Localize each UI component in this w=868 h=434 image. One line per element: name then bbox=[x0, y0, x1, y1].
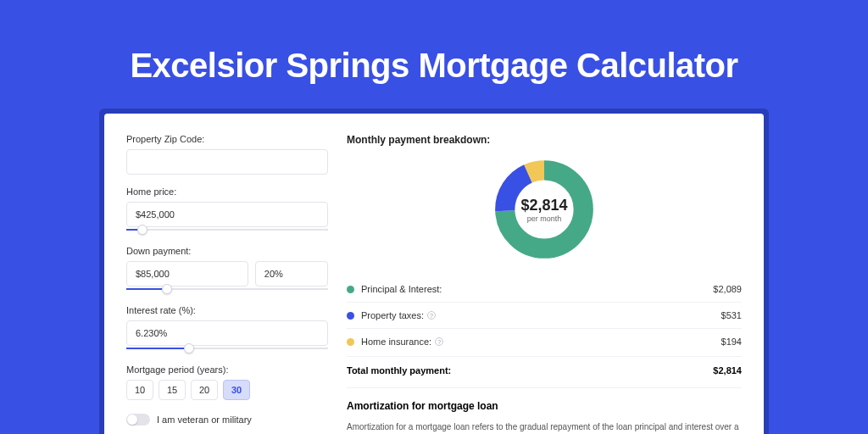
calculator-card: Property Zip Code: Home price: Down paym… bbox=[104, 114, 764, 434]
down-percent-input[interactable] bbox=[255, 261, 328, 287]
period-field: Mortgage period (years): 10152030 bbox=[126, 364, 328, 400]
veteran-row: I am veteran or military bbox=[126, 414, 328, 426]
period-btn-30[interactable]: 30 bbox=[223, 380, 250, 400]
breakdown-panel: Monthly payment breakdown: $2,814 per mo… bbox=[347, 134, 742, 434]
price-slider[interactable] bbox=[126, 225, 328, 234]
legend-row: Principal & Interest:$2,089 bbox=[347, 276, 742, 303]
donut-sub: per month bbox=[527, 214, 562, 223]
period-label: Mortgage period (years): bbox=[126, 364, 328, 375]
breakdown-title: Monthly payment breakdown: bbox=[347, 134, 742, 146]
down-slider[interactable] bbox=[126, 285, 328, 293]
legend-value: $194 bbox=[721, 337, 742, 347]
legend-label: Property taxes:? bbox=[361, 310, 721, 320]
price-slider-thumb[interactable] bbox=[137, 225, 147, 235]
veteran-toggle[interactable] bbox=[126, 414, 150, 426]
donut-chart: $2,814 per month bbox=[492, 158, 596, 261]
legend-value: $2,089 bbox=[713, 284, 742, 294]
amortization-section: Amortization for mortgage loan Amortizat… bbox=[347, 387, 742, 434]
amortization-title: Amortization for mortgage loan bbox=[347, 400, 742, 412]
down-slider-thumb[interactable] bbox=[162, 284, 172, 294]
total-row: Total monthly payment: $2,814 bbox=[347, 356, 742, 387]
help-icon[interactable]: ? bbox=[427, 311, 436, 320]
rate-input[interactable] bbox=[126, 320, 328, 346]
down-field: Down payment: bbox=[126, 246, 328, 293]
price-input[interactable] bbox=[126, 202, 328, 227]
legend-label: Home insurance:? bbox=[361, 337, 721, 347]
total-label: Total monthly payment: bbox=[347, 365, 451, 376]
form-panel: Property Zip Code: Home price: Down paym… bbox=[126, 134, 328, 434]
rate-label: Interest rate (%): bbox=[126, 305, 328, 315]
rate-slider-thumb[interactable] bbox=[184, 343, 194, 353]
zip-field: Property Zip Code: bbox=[126, 134, 328, 175]
period-btn-15[interactable]: 15 bbox=[159, 380, 186, 400]
legend-row: Home insurance:?$194 bbox=[347, 329, 742, 354]
legend-dot bbox=[347, 312, 354, 320]
donut-amount: $2,814 bbox=[520, 197, 567, 214]
zip-input[interactable] bbox=[126, 149, 328, 175]
donut-chart-wrap: $2,814 per month bbox=[347, 158, 742, 261]
calculator-card-shadow: Property Zip Code: Home price: Down paym… bbox=[99, 108, 769, 434]
rate-field: Interest rate (%): bbox=[126, 305, 328, 353]
veteran-label: I am veteran or military bbox=[157, 415, 252, 425]
legend-dot bbox=[347, 338, 354, 346]
legend: Principal & Interest:$2,089Property taxe… bbox=[347, 276, 742, 354]
zip-label: Property Zip Code: bbox=[126, 134, 328, 144]
rate-slider[interactable] bbox=[126, 344, 328, 353]
legend-row: Property taxes:?$531 bbox=[347, 303, 742, 329]
price-field: Home price: bbox=[126, 186, 328, 234]
page-title: Excelsior Springs Mortgage Calculator bbox=[0, 47, 868, 85]
period-btn-20[interactable]: 20 bbox=[191, 380, 218, 400]
price-label: Home price: bbox=[126, 186, 328, 197]
total-value: $2,814 bbox=[713, 365, 742, 376]
period-btn-10[interactable]: 10 bbox=[126, 380, 153, 400]
down-label: Down payment: bbox=[126, 246, 328, 256]
legend-label: Principal & Interest: bbox=[361, 284, 713, 294]
down-amount-input[interactable] bbox=[126, 261, 248, 287]
legend-value: $531 bbox=[721, 310, 742, 320]
amortization-text: Amortization for a mortgage loan refers … bbox=[347, 420, 742, 434]
legend-dot bbox=[347, 286, 354, 293]
help-icon[interactable]: ? bbox=[435, 337, 443, 346]
